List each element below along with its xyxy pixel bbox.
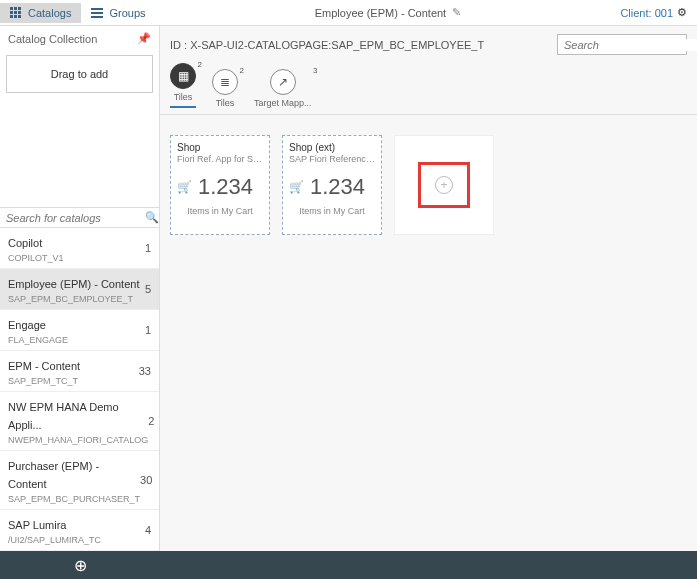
catalog-count: 2 — [148, 415, 154, 427]
tile-value: 🛒1.234 — [177, 174, 263, 200]
tile-value: 🛒1.234 — [289, 174, 375, 200]
catalog-count: 33 — [139, 365, 151, 377]
sidebar: Catalog Collection 📌 Drag to add 🔍 Copil… — [0, 26, 160, 579]
catalog-sub: FLA_ENGAGE — [8, 335, 68, 345]
svg-rect-7 — [14, 15, 17, 18]
catalog-name: NW EPM HANA Demo Appli... — [8, 401, 119, 431]
app-header: Catalogs Groups Employee (EPM) - Content… — [0, 0, 697, 26]
sidebar-title: Catalog Collection — [8, 33, 97, 45]
catalog-item[interactable]: NW EPM HANA Demo Appli...NWEPM_HANA_FIOR… — [0, 392, 159, 451]
pin-icon[interactable]: 📌 — [137, 32, 151, 45]
svg-rect-0 — [10, 7, 13, 10]
catalog-name: Engage — [8, 319, 46, 331]
tab-groups[interactable]: Groups — [81, 3, 155, 23]
cart-icon: 🛒 — [289, 180, 304, 194]
catalog-name: Purchaser (EPM) - Content — [8, 460, 99, 490]
svg-rect-1 — [14, 7, 17, 10]
view-tab[interactable]: ≣2Tiles — [212, 69, 238, 108]
viewtab-label: Tiles — [216, 98, 235, 108]
cart-icon: 🛒 — [177, 180, 192, 194]
header-title-area: Employee (EPM) - Content ✎ — [156, 6, 621, 19]
tile-title: Shop (ext) — [289, 142, 375, 153]
add-highlight: + — [418, 162, 470, 208]
catalog-item[interactable]: SAP Lumira/UI2/SAP_LUMIRA_TC4 — [0, 510, 159, 551]
search-icon[interactable]: 🔍 — [145, 211, 159, 224]
svg-rect-4 — [14, 11, 17, 14]
viewtab-badge: 2 — [240, 66, 244, 75]
list-icon — [91, 7, 103, 19]
catalog-item[interactable]: CopilotCOPILOT_V11 — [0, 228, 159, 269]
viewtab-label: Target Mapp... — [254, 98, 312, 108]
view-tab[interactable]: ↗3Target Mapp... — [254, 69, 312, 108]
catalog-list[interactable]: CopilotCOPILOT_V11Employee (EPM) - Conte… — [0, 228, 159, 551]
viewtab-label: Tiles — [174, 92, 193, 102]
content-header: ID : X-SAP-UI2-CATALOGPAGE:SAP_EPM_BC_EM… — [160, 26, 697, 63]
plus-icon: + — [435, 176, 453, 194]
tile-sub: Fiori Ref. App for SA... — [177, 154, 263, 164]
catalog-count: 4 — [145, 524, 151, 536]
gear-icon[interactable]: ⚙ — [677, 6, 687, 19]
sidebar-head: Catalog Collection 📌 — [0, 26, 159, 51]
svg-rect-8 — [18, 15, 21, 18]
catalog-sub: NWEPM_HANA_FIORI_CATALOG — [8, 435, 148, 445]
drag-label: Drag to add — [51, 68, 108, 80]
page-title: Employee (EPM) - Content — [315, 7, 446, 19]
svg-rect-6 — [10, 15, 13, 18]
tab-catalogs[interactable]: Catalogs — [0, 3, 81, 23]
catalog-name: SAP Lumira — [8, 519, 67, 531]
viewtab-badge: 3 — [313, 66, 317, 75]
content-area: ID : X-SAP-UI2-CATALOGPAGE:SAP_EPM_BC_EM… — [160, 26, 697, 579]
drag-to-add[interactable]: Drag to add — [6, 55, 153, 93]
viewtab-icon: ≣ — [212, 69, 238, 95]
tile-footer: Items in My Cart — [289, 206, 375, 216]
catalog-search-input[interactable] — [6, 212, 145, 224]
catalog-item[interactable]: EngageFLA_ENGAGE1 — [0, 310, 159, 351]
add-icon[interactable]: ⊕ — [74, 556, 87, 575]
content-search-input[interactable] — [564, 39, 697, 51]
tab-label: Groups — [109, 7, 145, 19]
tile-title: Shop — [177, 142, 263, 153]
catalog-item[interactable]: Purchaser (EPM) - ContentSAP_EPM_BC_PURC… — [0, 451, 159, 510]
view-tab[interactable]: ▦2Tiles — [170, 63, 196, 108]
svg-rect-9 — [91, 8, 103, 10]
catalog-sub: SAP_EPM_BC_EMPLOYEE_T — [8, 294, 139, 304]
catalog-count: 5 — [145, 283, 151, 295]
catalog-name: Copilot — [8, 237, 42, 249]
tile-footer: Items in My Cart — [177, 206, 263, 216]
content-fill — [160, 255, 697, 551]
pencil-icon[interactable]: ✎ — [452, 6, 461, 19]
bottom-strip — [160, 551, 697, 579]
add-tile[interactable]: + — [394, 135, 494, 235]
main-area: Catalog Collection 📌 Drag to add 🔍 Copil… — [0, 26, 697, 579]
svg-rect-2 — [18, 7, 21, 10]
catalog-count: 30 — [140, 474, 152, 486]
tab-label: Catalogs — [28, 7, 71, 19]
view-tabs: ▦2Tiles≣2Tiles↗3Target Mapp... — [160, 63, 697, 115]
catalog-name: EPM - Content — [8, 360, 80, 372]
sidebar-spacer — [0, 97, 159, 207]
svg-rect-10 — [91, 12, 103, 14]
catalog-count: 1 — [145, 242, 151, 254]
catalog-item[interactable]: Employee (EPM) - ContentSAP_EPM_BC_EMPLO… — [0, 269, 159, 310]
svg-rect-11 — [91, 16, 103, 18]
svg-rect-5 — [18, 11, 21, 14]
client-label: Client: 001 — [620, 7, 673, 19]
tile[interactable]: ShopFiori Ref. App for SA...🛒1.234Items … — [170, 135, 270, 235]
header-right: Client: 001 ⚙ — [620, 6, 697, 19]
catalog-sub: /UI2/SAP_LUMIRA_TC — [8, 535, 101, 545]
viewtab-icon: ↗ — [270, 69, 296, 95]
content-search[interactable]: 🔍 — [557, 34, 687, 55]
catalog-sub: SAP_EPM_TC_T — [8, 376, 80, 386]
sidebar-footer: ⊕ — [0, 551, 160, 579]
viewtab-icon: ▦ — [170, 63, 196, 89]
grid-icon — [10, 7, 22, 19]
catalog-item[interactable]: EPM - ContentSAP_EPM_TC_T33 — [0, 351, 159, 392]
tile-sub: SAP Fiori Reference... — [289, 154, 375, 164]
viewtab-badge: 2 — [198, 60, 202, 69]
catalog-search[interactable]: 🔍 — [0, 207, 159, 228]
catalog-id: ID : X-SAP-UI2-CATALOGPAGE:SAP_EPM_BC_EM… — [170, 39, 557, 51]
catalog-sub: COPILOT_V1 — [8, 253, 64, 263]
catalog-name: Employee (EPM) - Content — [8, 278, 139, 290]
catalog-count: 1 — [145, 324, 151, 336]
tile[interactable]: Shop (ext)SAP Fiori Reference...🛒1.234It… — [282, 135, 382, 235]
